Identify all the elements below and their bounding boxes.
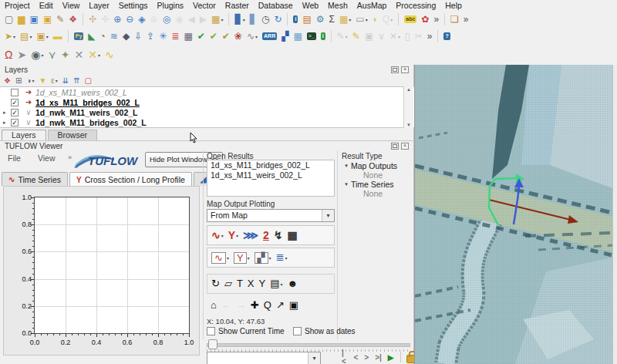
user-plot-settings-icon[interactable]: ☻ [286,277,300,291]
save-project-icon[interactable]: ▣ [29,12,40,26]
open-attribute-table-icon[interactable]: ▦▾ [338,12,352,26]
result-type-node[interactable]: ▾Time Series [342,180,413,189]
menu-raster[interactable]: Raster [221,0,254,11]
map-tips-icon[interactable]: ◗ [371,12,379,26]
panel-tab-layers[interactable]: Layers [2,130,46,140]
menu-plugins[interactable]: Plugins [153,0,188,11]
scroll-up-icon[interactable]: ▲ [404,87,413,92]
statistics-icon[interactable]: ▤ [301,12,312,26]
pan-plot-icon[interactable]: ✚ [249,298,261,312]
dropdown-arrow-icon[interactable]: ▾ [366,17,368,22]
map-notes-icon[interactable]: ▬ [52,29,64,43]
section-image-icon[interactable]: Y▾ [232,251,251,265]
menu-ausmap[interactable]: AusMap [352,0,392,11]
new-map-view-icon[interactable]: ▦▾ [210,12,224,26]
zoom-to-layer-icon[interactable]: ◎ [161,12,172,26]
result-type-node-label[interactable]: Time Series [351,180,394,189]
zoom-out-icon[interactable]: ⊖ [124,12,135,26]
open-project-icon[interactable]: ▆ [16,12,26,26]
check-partial-icon[interactable]: ✔ [221,29,231,43]
secondary-axis-icon[interactable]: 2 [261,228,271,242]
dropdown-arrow-icon[interactable]: ▾ [32,78,34,83]
save-plot-icon[interactable]: ▣ [288,298,300,312]
dropdown-arrow-icon[interactable]: ▾ [285,255,288,261]
show-current-time-checkbox[interactable] [207,327,215,335]
topology-checker-icon[interactable]: ◆ [121,29,131,43]
layer-row[interactable]: ▸✓∨1d_nwk_M11_bridges_002_L [0,117,414,127]
help-icon[interactable]: ? [442,29,451,43]
last-timestep-button[interactable]: >| [375,353,382,362]
y-axis-limits-icon[interactable]: Y [258,277,268,291]
dropdown-arrow-icon[interactable]: ▾ [281,281,283,287]
dropdown-arrow-icon[interactable]: ▾ [13,34,15,39]
check-files-icon[interactable]: ✔ [196,29,207,43]
first-timestep-button[interactable]: |< [342,349,348,364]
map-canvas[interactable] [414,65,612,364]
layer-name[interactable]: 1d_xs_M11_weirs_002_L [35,88,127,97]
dropdown-arrow-icon[interactable]: ▾ [390,17,393,22]
add-group-icon[interactable]: ⊞ [14,76,23,86]
trace-tool-icon[interactable]: ⋎ [46,48,57,62]
open-result-item[interactable]: 1d_xs_M11_weirs_002_L [207,170,334,180]
download-layer-icon[interactable]: ⇩ [133,29,143,43]
toolbar-overflow2-icon[interactable]: » [462,12,470,26]
play-button[interactable]: ▶ [388,353,394,362]
measure-icon[interactable]: ▭▾ [354,12,369,26]
home-view-icon[interactable]: ⌂ [209,298,218,312]
zoom-full-icon[interactable]: ◈ [137,12,147,26]
scroll-down-icon[interactable]: ▼ [404,123,413,127]
legend-position-icon[interactable]: ≣▾ [275,251,289,265]
axis-fonts-icon[interactable]: T [235,277,244,291]
plugin-red-icon[interactable]: ❀ [233,29,244,43]
filter-legend-icon[interactable]: ▼ [37,76,48,86]
identify-features-icon[interactable]: i [292,12,299,26]
timestep-select[interactable] [207,352,321,364]
layer-order-icon[interactable]: ≣ [170,29,180,43]
menu-help[interactable]: Help [440,0,467,11]
menu-layer[interactable]: Layer [84,0,113,11]
open-layer-styling-icon[interactable]: ❖ [2,76,12,86]
show-as-dates-checkbox[interactable] [293,327,302,335]
menu-processing[interactable]: Processing [391,0,440,11]
mesh-layer-icon[interactable]: ≋ [109,29,120,43]
show-vertices-icon[interactable]: ◉▾ [29,48,45,62]
georeferencer-icon[interactable]: ◔ [99,29,107,43]
grid-tool-icon[interactable]: ▦ [292,29,303,43]
dropdown-arrow-icon[interactable]: ▾ [243,17,245,22]
prev-timestep-button[interactable]: < [354,353,359,362]
dropdown-arrow-icon[interactable]: ▾ [41,52,43,58]
arr-tool-icon[interactable]: ARR [261,29,278,43]
culvert-image-icon[interactable]: ▞▾ [253,251,273,265]
expand-all-icon[interactable]: ⇊ [61,76,70,86]
dropdown-arrow-icon[interactable]: ▾ [346,34,348,39]
float-panel-icon[interactable] [391,143,399,150]
options-gear-icon[interactable]: ⚙ [315,12,326,26]
console-window-icon[interactable]: >_ [305,29,318,43]
axis-config-icon[interactable]: ↗ [275,298,286,312]
collapse-arrow-icon[interactable]: ▾ [342,163,351,169]
open-results-list[interactable]: 1d_xs_M11_bridges_002_L1d_xs_M11_weirs_0… [207,160,335,197]
expand-arrow-icon[interactable]: ▸ [3,120,11,126]
float-panel-icon[interactable] [391,66,399,73]
copy-style-icon[interactable]: ▣▾ [35,29,49,43]
time-slider-groove[interactable] [207,343,410,347]
tcp-tools-icon[interactable]: ✳ [157,29,168,43]
style-manager-icon[interactable]: ❖ [67,12,79,26]
check-inputs-icon[interactable]: ✔ [208,29,219,43]
dropdown-arrow-icon[interactable]: ▾ [349,17,351,22]
result-type-node-label[interactable]: Map Outputs [351,161,397,170]
save-project-as-icon[interactable]: ▣ [42,12,53,26]
legend-toggle-icon[interactable]: ▤▾ [268,277,284,291]
time-slider[interactable] [207,339,410,349]
import-layer-icon[interactable]: ⇪ [145,29,156,43]
toggle-editing-icon[interactable]: ✎ [351,29,362,43]
reshape-icon[interactable]: ∿ [103,48,116,62]
dropdown-arrow-icon[interactable]: ▾ [221,17,223,22]
profile-tool-icon[interactable]: ◣ [86,29,96,43]
label-toolbar-icon[interactable]: abc [403,12,418,26]
bookmarks-icon[interactable]: ▊▾ [233,12,246,26]
dropdown-arrow-icon[interactable]: ▾ [98,52,100,58]
layer-visibility-checkbox[interactable] [11,89,19,96]
info-green-icon[interactable]: i [319,29,327,43]
move-layer-icon[interactable]: ❏ [449,12,460,26]
